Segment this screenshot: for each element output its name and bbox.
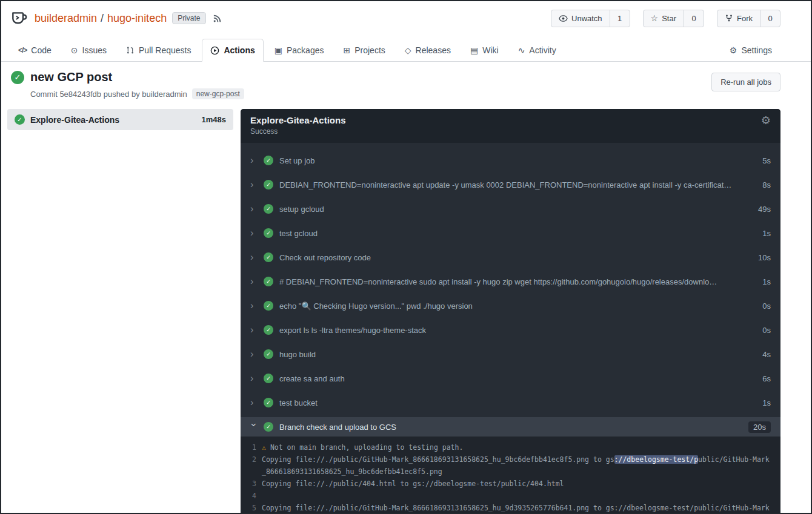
commit-text: Commit 5e84243fdb pushed by builderadmin [30, 90, 187, 99]
gitea-actions-page: builderadmin / hugo-initech Private Unwa… [0, 0, 812, 514]
log-text [262, 490, 773, 502]
tab-activity[interactable]: ∿ Activity [510, 39, 565, 61]
tab-label: Settings [741, 45, 772, 55]
tab-settings[interactable]: ⚙ Settings [721, 39, 780, 61]
log-text: Copying file://./public/404.html to gs:/… [262, 478, 773, 490]
log-text: ⚠ Not on main branch, uploading to testi… [262, 441, 773, 453]
settings-icon: ⚙ [730, 46, 737, 54]
breadcrumb-separator: / [101, 12, 104, 25]
forks-count[interactable]: 0 [760, 10, 780, 27]
rerun-all-jobs-button[interactable]: Re-run all jobs [711, 73, 780, 91]
job-log-panel: Explore-Gitea-Actions Success ⚙ › ✓ Set … [241, 109, 780, 514]
job-name: Explore-Gitea-Actions [30, 115, 196, 125]
step-name: setup gcloud [279, 205, 752, 214]
tab-label: Pull Requests [139, 45, 191, 55]
tab-label: Actions [224, 45, 255, 55]
chevron-down-icon: › [249, 423, 259, 430]
step-row[interactable]: › ✓ echo "🔍 Checking Hugo version..." pw… [241, 294, 780, 318]
visibility-badge: Private [172, 12, 205, 24]
step-name: hugo build [279, 350, 756, 359]
fork-button[interactable]: Fork [717, 10, 760, 27]
step-success-icon: ✓ [264, 422, 273, 432]
step-name: test bucket [279, 398, 756, 407]
gitea-logo-icon [10, 8, 29, 28]
step-duration: 1s [762, 229, 771, 238]
log-line-number: 2 [245, 453, 256, 478]
tab-issues[interactable]: ⊙ Issues [62, 39, 115, 61]
watchers-count[interactable]: 1 [610, 10, 630, 27]
repo-name-link[interactable]: hugo-initech [107, 12, 167, 25]
job-duration: 1m48s [202, 115, 226, 124]
step-row[interactable]: › ✓ export ls ls -ltra themes/hugo-theme… [241, 318, 780, 342]
step-success-icon: ✓ [264, 204, 273, 214]
tab-code[interactable]: </> Code [10, 39, 60, 61]
job-list-item[interactable]: ✓ Explore-Gitea-Actions 1m48s [7, 109, 233, 130]
step-success-icon: ✓ [264, 180, 273, 189]
log-line: 2 Copying file://./public/GitHub-Mark_86… [245, 453, 773, 478]
step-row[interactable]: › ✓ Check out repository code 10s [241, 245, 780, 269]
log-line-number: 1 [245, 441, 256, 453]
unwatch-button[interactable]: Unwatch [551, 10, 610, 27]
step-row[interactable]: › ✓ hugo build 4s [241, 342, 780, 366]
step-row[interactable]: › ✓ # DEBIAN_FRONTEND=noninteractive sud… [241, 269, 780, 294]
tab-actions[interactable]: Actions [202, 39, 263, 62]
step-success-icon: ✓ [264, 277, 273, 286]
package-icon: ▣ [275, 46, 282, 54]
issues-icon: ⊙ [71, 46, 78, 54]
step-row[interactable]: › ✓ test bucket 1s [241, 390, 780, 415]
run-success-icon: ✓ [11, 71, 24, 84]
log-message: Copying file://./public/GitHub-Mark_8666… [262, 455, 614, 464]
chevron-right-icon: › [250, 204, 258, 214]
tab-releases[interactable]: ◇ Releases [396, 39, 459, 61]
log-line: 3 Copying file://./public/404.html to gs… [245, 478, 773, 490]
tab-label: Wiki [482, 45, 498, 55]
rss-icon[interactable] [213, 14, 222, 23]
tab-label: Releases [416, 45, 451, 55]
branch-badge[interactable]: new-gcp-post [192, 88, 244, 99]
step-row[interactable]: › ✓ setup gcloud 49s [241, 197, 780, 221]
repo-owner-link[interactable]: builderadmin [35, 12, 97, 25]
step-duration: 0s [762, 326, 771, 335]
watch-button-group: Unwatch 1 [551, 10, 630, 27]
step-row[interactable]: › ✓ create sa and auth 6s [241, 366, 780, 390]
step-duration: 5s [762, 156, 771, 165]
star-label: Star [662, 14, 676, 23]
pulse-icon: ∿ [518, 46, 525, 54]
step-row[interactable]: › ✓ test gcloud 1s [241, 221, 780, 245]
tab-label: Activity [529, 45, 556, 55]
step-duration: 1s [762, 398, 771, 407]
fork-label: Fork [737, 14, 753, 23]
tab-label: Issues [82, 45, 107, 55]
chevron-right-icon: › [250, 398, 258, 407]
step-success-icon: ✓ [264, 301, 273, 311]
step-row-expanded[interactable]: › ✓ Branch check and upload to GCS 20s [241, 417, 780, 437]
run-header-left: ✓ new GCP post Commit 5e84243fdb pushed … [11, 70, 711, 99]
job-status: Success [250, 127, 346, 136]
chevron-right-icon: › [250, 180, 258, 189]
step-duration: 49s [758, 205, 771, 214]
star-button[interactable]: ☆ Star [643, 10, 684, 27]
step-success-icon: ✓ [264, 374, 273, 383]
tab-wiki[interactable]: ▤ Wiki [462, 39, 507, 61]
tab-projects[interactable]: ⊞ Projects [334, 39, 393, 61]
breadcrumb: builderadmin / hugo-initech [35, 12, 167, 25]
step-name: create sa and auth [279, 374, 756, 383]
step-row[interactable]: › ✓ Set up job 5s [241, 148, 780, 173]
tab-pull-requests[interactable]: Pull Requests [118, 39, 199, 61]
log-line: 4 [245, 490, 773, 502]
log-line-number: 5 [245, 502, 256, 514]
job-panel-titles: Explore-Gitea-Actions Success [250, 115, 346, 136]
tab-packages[interactable]: ▣ Packages [266, 39, 333, 61]
fork-icon [725, 14, 733, 22]
gear-icon[interactable]: ⚙ [761, 115, 771, 126]
log-message: Not on main branch, uploading to testing… [270, 443, 464, 452]
job-panel-title: Explore-Gitea-Actions [250, 115, 346, 125]
projects-icon: ⊞ [343, 46, 350, 54]
stars-count[interactable]: 0 [684, 10, 704, 27]
step-row[interactable]: › ✓ DEBIAN_FRONTEND=noninteractive apt u… [241, 173, 780, 197]
unwatch-label: Unwatch [571, 14, 602, 23]
step-duration: 0s [762, 301, 771, 311]
tag-icon: ◇ [405, 46, 411, 54]
repo-header: builderadmin / hugo-initech Private Unwa… [1, 1, 811, 35]
eye-icon [559, 14, 568, 23]
